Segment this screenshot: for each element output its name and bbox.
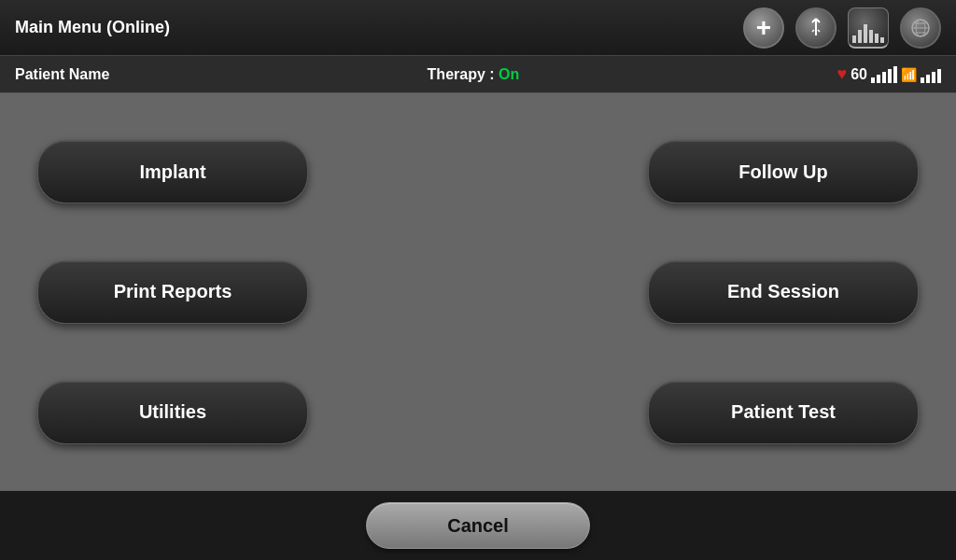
cancel-button[interactable]: Cancel	[366, 502, 590, 549]
status-bar: Patient Name Therapy : On ♥ 60 📶	[0, 56, 956, 93]
heart-icon: ♥	[837, 64, 848, 84]
main-content: Implant Follow Up Print Reports End Sess…	[0, 93, 956, 491]
top-bar-icons	[743, 7, 941, 49]
top-bar: Main Menu (Online)	[0, 0, 956, 56]
print-reports-button[interactable]: Print Reports	[37, 260, 308, 324]
histogram-icon[interactable]	[848, 7, 889, 49]
bottom-bar: Cancel	[0, 491, 956, 560]
utilities-button[interactable]: Utilities	[37, 381, 308, 444]
button-row-1: Implant Follow Up	[37, 140, 919, 203]
battery-bars	[871, 66, 897, 83]
therapy-label: Therapy	[428, 66, 485, 82]
add-button[interactable]	[743, 7, 784, 49]
needle-icon[interactable]	[795, 7, 836, 49]
implant-button[interactable]: Implant	[37, 140, 308, 203]
patient-test-button[interactable]: Patient Test	[648, 381, 919, 444]
signal-bars	[921, 66, 941, 83]
signal-icons: 📶	[871, 66, 941, 83]
end-session-button[interactable]: End Session	[648, 260, 919, 324]
button-row-2: Print Reports End Session	[37, 260, 919, 324]
heart-rate-display: ♥ 60 📶	[837, 64, 941, 84]
wifi-icon: 📶	[901, 67, 917, 82]
therapy-status: Therapy : On	[428, 66, 520, 83]
svg-line-4	[818, 30, 820, 32]
heart-rate-value: 60	[851, 66, 867, 83]
button-row-3: Utilities Patient Test	[37, 381, 919, 444]
svg-line-3	[812, 30, 814, 32]
therapy-value: On	[499, 66, 519, 82]
patient-name-label: Patient Name	[15, 66, 109, 83]
globe-icon[interactable]	[900, 7, 941, 49]
app-title: Main Menu (Online)	[15, 18, 170, 37]
follow-up-button[interactable]: Follow Up	[648, 140, 919, 203]
therapy-separator: :	[489, 66, 499, 82]
